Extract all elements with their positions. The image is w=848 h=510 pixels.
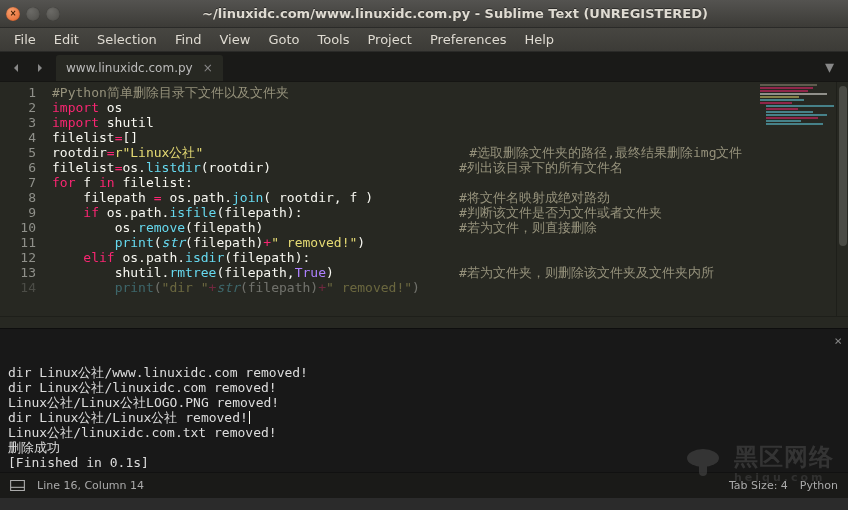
close-button[interactable]: × bbox=[6, 7, 20, 21]
minimap[interactable] bbox=[758, 84, 836, 160]
panel-switcher-icon[interactable] bbox=[10, 480, 25, 491]
maximize-button[interactable] bbox=[46, 7, 60, 21]
menu-project[interactable]: Project bbox=[359, 30, 419, 49]
tab-menu-icon[interactable]: ▾ bbox=[815, 52, 844, 81]
window-title: ~/linuxidc.com/www.linuxidc.com.py - Sub… bbox=[68, 6, 842, 21]
vertical-scrollbar[interactable] bbox=[836, 82, 848, 316]
menubar: FileEditSelectionFindViewGotoToolsProjec… bbox=[0, 28, 848, 52]
statusbar: Line 16, Column 14 Tab Size: 4 Python bbox=[0, 472, 848, 498]
menu-tools[interactable]: Tools bbox=[309, 30, 357, 49]
window-controls: × bbox=[6, 7, 60, 21]
editor[interactable]: 1234567891011121314 #Python简单删除目录下文件以及文件… bbox=[0, 82, 848, 316]
tab-history-back-icon[interactable] bbox=[4, 55, 28, 81]
tab-history-forward-icon[interactable] bbox=[28, 55, 52, 81]
tab-close-icon[interactable]: × bbox=[203, 61, 213, 75]
scrollbar-thumb[interactable] bbox=[839, 86, 847, 246]
menu-edit[interactable]: Edit bbox=[46, 30, 87, 49]
build-output-panel[interactable]: × dir Linux公社/www.linuxidc.com removed!d… bbox=[0, 328, 848, 472]
console-line: 删除成功 bbox=[8, 440, 840, 455]
status-tabsize[interactable]: Tab Size: 4 bbox=[729, 479, 788, 492]
menu-find[interactable]: Find bbox=[167, 30, 210, 49]
horizontal-scrollbar[interactable] bbox=[0, 316, 848, 328]
panel-close-icon[interactable]: × bbox=[834, 333, 842, 348]
tab-active[interactable]: www.linuxidc.com.py × bbox=[56, 55, 223, 81]
code-area[interactable]: #Python简单删除目录下文件以及文件夹import osimport shu… bbox=[46, 82, 836, 316]
tabbar: www.linuxidc.com.py × ▾ bbox=[0, 52, 848, 82]
console-line: dir Linux公社/www.linuxidc.com removed! bbox=[8, 365, 840, 380]
minimize-button[interactable] bbox=[26, 7, 40, 21]
console-line: Linux公社/Linux公社LOGO.PNG removed! bbox=[8, 395, 840, 410]
tab-label: www.linuxidc.com.py bbox=[66, 61, 193, 75]
menu-preferences[interactable]: Preferences bbox=[422, 30, 514, 49]
menu-view[interactable]: View bbox=[212, 30, 259, 49]
status-syntax[interactable]: Python bbox=[800, 479, 838, 492]
console-line: dir Linux公社/Linux公社 removed! bbox=[8, 410, 840, 425]
console-line: dir Linux公社/linuxidc.com removed! bbox=[8, 380, 840, 395]
svg-rect-2 bbox=[11, 480, 25, 490]
menu-goto[interactable]: Goto bbox=[260, 30, 307, 49]
status-position[interactable]: Line 16, Column 14 bbox=[37, 479, 144, 492]
menu-file[interactable]: File bbox=[6, 30, 44, 49]
console-line: Linux公社/linuxidc.com.txt removed! bbox=[8, 425, 840, 440]
menu-help[interactable]: Help bbox=[516, 30, 562, 49]
line-gutter: 1234567891011121314 bbox=[0, 82, 46, 316]
menu-selection[interactable]: Selection bbox=[89, 30, 165, 49]
console-line: [Finished in 0.1s] bbox=[8, 455, 840, 470]
titlebar: × ~/linuxidc.com/www.linuxidc.com.py - S… bbox=[0, 0, 848, 28]
